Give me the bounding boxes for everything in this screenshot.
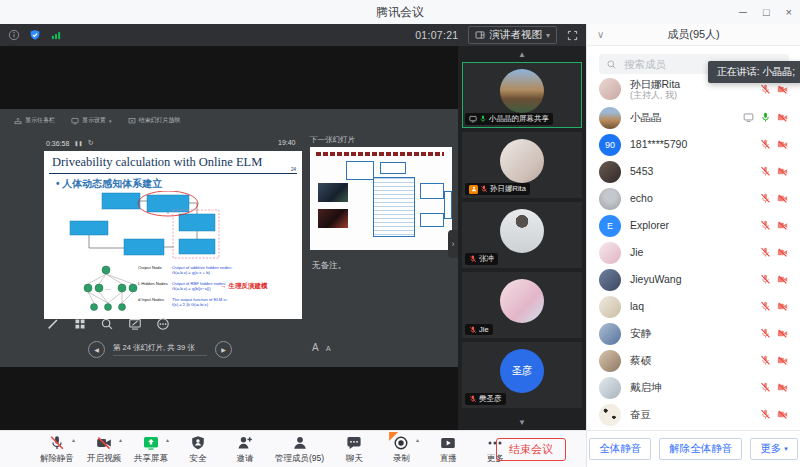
member-row[interactable]: E Explorer xyxy=(587,212,800,239)
member-row[interactable]: echo xyxy=(587,185,800,212)
next-slide-figure xyxy=(380,162,406,174)
chevron-down-icon: ▾ xyxy=(109,118,112,124)
member-row[interactable]: 5453 xyxy=(587,158,800,185)
chevron-up-icon[interactable]: ▴ xyxy=(166,436,169,443)
fullscreen-icon[interactable] xyxy=(567,30,578,41)
restart-icon[interactable]: ↻ xyxy=(88,139,94,147)
avatar xyxy=(599,350,621,372)
next-slide-figure xyxy=(346,161,374,180)
minimize-button[interactable]: ─ xyxy=(739,6,747,18)
screen-share-icon xyxy=(743,112,754,123)
member-row[interactable]: laq xyxy=(587,293,800,320)
toolbar-unmute[interactable]: ▴ 解除静音 xyxy=(40,434,74,465)
member-row[interactable]: JieyuWang xyxy=(587,266,800,293)
chevron-up-icon[interactable]: ▴ xyxy=(119,436,122,443)
toolbar-invite[interactable]: 邀请 xyxy=(228,434,262,465)
member-row[interactable]: Jie xyxy=(587,239,800,266)
video-tile[interactable]: 张冲 xyxy=(462,202,582,268)
chevron-up-icon[interactable]: ▴ xyxy=(416,436,419,443)
presenter-toolbar: 显示任务栏 显示设置 ▾ 结束幻灯片放映 xyxy=(14,116,181,125)
zoom-tool-icon[interactable] xyxy=(100,317,114,331)
video-tile[interactable]: 圣彦 樊圣彦 xyxy=(462,342,582,408)
end-slideshow-button[interactable]: 结束幻灯片放映 xyxy=(128,116,181,125)
members-panel-header: 成员(95人) ∨ xyxy=(586,24,800,46)
mic-off-icon xyxy=(760,193,771,204)
avatar xyxy=(500,279,544,323)
camera-off-icon xyxy=(777,112,788,123)
mic-off-icon xyxy=(480,185,488,193)
close-button[interactable]: × xyxy=(786,6,792,18)
video-strip-expand-handle[interactable]: › xyxy=(448,230,458,258)
video-tile[interactable]: 孙日娜Rita xyxy=(462,132,582,198)
layout-icon xyxy=(475,30,485,40)
live-stream-icon xyxy=(440,435,456,451)
view-mode-button[interactable]: 演讲者视图 ▾ xyxy=(468,26,557,44)
meeting-statusbar: 01:07:21 演讲者视图 ▾ xyxy=(0,24,586,46)
video-tile-share[interactable]: 小晶晶的屏幕共享 xyxy=(462,62,582,128)
next-slide-figure xyxy=(316,152,444,156)
toolbar-chat[interactable]: 聊天 xyxy=(337,434,371,465)
share-screen-icon xyxy=(143,435,159,451)
record-icon xyxy=(393,435,409,451)
more-tools-icon[interactable] xyxy=(156,317,170,331)
presenter-view: 显示任务栏 显示设置 ▾ 结束幻灯片放映 0:36:58 ❚❚ ↻ 19:40 xyxy=(0,109,458,367)
slide-nav-text: 第 24 张幻灯片, 共 39 张 xyxy=(113,343,207,353)
member-row[interactable]: 90 181****5790 xyxy=(587,131,800,158)
mic-off-icon xyxy=(760,166,771,177)
pen-tool-icon[interactable] xyxy=(46,317,60,331)
avatar xyxy=(599,78,621,100)
panel-collapse-icon[interactable]: ∨ xyxy=(597,29,604,40)
camera-off-icon xyxy=(777,193,788,204)
more-members-actions-button[interactable]: 更多 ▾ xyxy=(750,438,798,460)
speaker-notes: 无备注。 xyxy=(312,260,346,272)
unmute-all-button[interactable]: 解除全体静音 xyxy=(659,438,742,460)
next-slide-label: 下一张幻灯片 xyxy=(310,135,355,145)
screen-share-icon xyxy=(469,115,477,123)
next-slide-thumbnail[interactable] xyxy=(310,147,452,250)
network-signal-icon[interactable] xyxy=(50,29,62,41)
previous-slide-button[interactable]: ◀ xyxy=(88,341,105,358)
font-increase-button[interactable]: A xyxy=(312,342,319,353)
chevron-up-icon[interactable]: ▴ xyxy=(72,436,75,443)
toolbar-manage-members[interactable]: 管理成员(95) xyxy=(275,434,324,465)
scroll-down-arrow-icon[interactable]: ▼ xyxy=(458,418,586,427)
display-settings-button[interactable]: 显示设置 ▾ xyxy=(71,116,112,125)
avatar xyxy=(599,377,621,399)
member-row[interactable]: 安静 xyxy=(587,320,800,347)
meeting-info-icon[interactable] xyxy=(8,29,20,41)
view-mode-label: 演讲者视图 xyxy=(489,28,542,42)
shield-icon xyxy=(190,435,206,451)
toolbar-record[interactable]: ▴ 录制 xyxy=(384,434,418,465)
slide-grid-icon[interactable] xyxy=(74,318,86,330)
clock-time: 19:40 xyxy=(278,139,296,146)
camera-off-icon xyxy=(777,409,788,420)
video-tile[interactable]: Jie xyxy=(462,272,582,338)
member-row[interactable]: 奋豆 xyxy=(587,401,800,428)
avatar xyxy=(599,161,621,183)
pause-icon[interactable]: ❚❚ xyxy=(74,140,82,146)
maximize-button[interactable]: □ xyxy=(763,6,770,18)
avatar xyxy=(599,242,621,264)
red-arrow-icon: → xyxy=(220,282,227,289)
toolbar-security[interactable]: 安全 xyxy=(181,434,215,465)
avatar xyxy=(500,209,544,253)
scroll-up-arrow-icon[interactable]: ▲ xyxy=(458,50,586,59)
avatar xyxy=(599,269,621,291)
mute-all-button[interactable]: 全体静音 xyxy=(589,438,651,460)
security-shield-icon[interactable] xyxy=(29,29,41,41)
toolbar-start-video[interactable]: ▴ 开启视频 xyxy=(87,434,121,465)
member-row[interactable]: 蔡硕 xyxy=(587,347,800,374)
end-meeting-button[interactable]: 结束会议 xyxy=(496,438,566,461)
font-decrease-button[interactable]: A xyxy=(326,344,331,353)
next-slide-button[interactable]: ▶ xyxy=(215,341,232,358)
avatar xyxy=(599,296,621,318)
timer-value: 0:36:58 xyxy=(46,140,69,147)
member-row[interactable]: 小晶晶 xyxy=(587,104,800,131)
toolbar-live[interactable]: 直播 xyxy=(431,434,465,465)
toolbar-share-screen[interactable]: ▴ 共享屏幕 xyxy=(134,434,168,465)
member-row[interactable]: 戴启坤 xyxy=(587,374,800,401)
statusbar-left xyxy=(8,29,62,41)
show-taskbar-button[interactable]: 显示任务栏 xyxy=(14,116,55,125)
slide-title-rule xyxy=(49,173,297,174)
display-tool-icon[interactable] xyxy=(128,317,142,331)
